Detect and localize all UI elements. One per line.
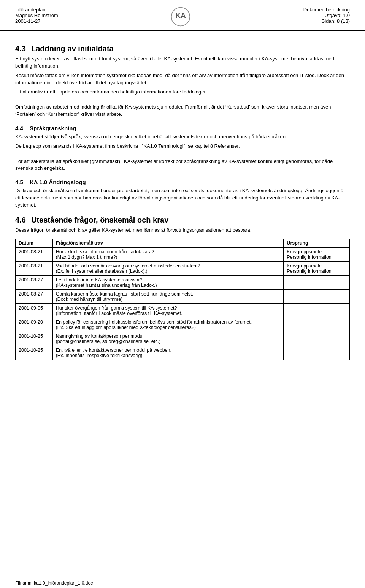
s43-p3: Ett alternativ är att uppdatera och omfo… (15, 89, 350, 96)
cell-ursprung (284, 332, 350, 346)
section-45-title: KA 1.0 Ändringslogg (30, 179, 86, 185)
doc-version: Utgåva: 1.0 (325, 13, 350, 18)
s43-p2: Beslut måste fattas om vilken informatio… (15, 72, 350, 87)
cell-datum: 2001-09-20 (16, 318, 53, 332)
page: Införandeplan Magnus Holmström 2001-11-2… (0, 0, 365, 588)
page-header: Införandeplan Magnus Holmström 2001-11-2… (0, 0, 365, 31)
doc-author: Magnus Holmström (15, 13, 58, 18)
col-datum: Datum (16, 239, 53, 247)
doc-title: Införandeplan (15, 7, 58, 13)
page-footer: Filnamn: ka1.0_införandeplan_1.0.doc (0, 578, 365, 588)
col-fraga: Fråga/önskemål/krav (52, 239, 284, 247)
cell-ursprung: Kravgruppsmöte –Personlig information (284, 247, 350, 261)
cell-fraga: En, två eller tre kontaktpersoner per mo… (52, 346, 284, 360)
section-44-heading: 4.4 Språkgranskning (15, 125, 350, 131)
section-44-body: KA-systemet stödjer två språk, svenska o… (15, 133, 350, 172)
svg-text:KA: KA (176, 11, 186, 19)
cell-datum: 2001-08-27 (16, 289, 53, 303)
table-body: 2001-08-21Hur aktuell ska informationen … (16, 247, 350, 360)
section-46-title: Utestående frågor, önskemål och krav (31, 216, 168, 224)
issues-table: Datum Fråga/önskemål/krav Ursprung 2001-… (15, 239, 350, 360)
cell-datum: 2001-10-25 (16, 346, 53, 360)
s44-p3: För att säkerställa att språkbruket (gra… (15, 158, 350, 172)
footer-filename: Filnamn: ka1.0_införandeplan_1.0.doc (15, 580, 93, 586)
section-43-heading: 4.3 Laddning av initialdata (15, 44, 350, 53)
s44-p1: KA-systemet stödjer två språk, svenska o… (15, 133, 350, 141)
header-left: Införandeplan Magnus Holmström 2001-11-2… (15, 7, 58, 24)
table-row: 2001-08-21Hur aktuell ska informationen … (16, 247, 350, 261)
section-46-num: 4.6 (15, 216, 27, 224)
section-43-title: Laddning av initialdata (31, 44, 114, 53)
cell-datum: 2001-09-05 (16, 303, 53, 318)
cell-fraga: Namngivning av kontaktperson per modul.(… (52, 332, 284, 346)
table-row: 2001-08-27Gamla kurser måste kunna lagra… (16, 289, 350, 303)
section-44-num: 4.4 (15, 125, 26, 131)
doc-page: Sidan: 8 (13) (322, 18, 350, 24)
header-logo-area: KA (171, 7, 190, 27)
table-header-row: Datum Fråga/önskemål/krav Ursprung (16, 239, 350, 247)
section-46-heading: 4.6 Utestående frågor, önskemål och krav (15, 216, 350, 224)
cell-ursprung (284, 346, 350, 360)
section-43-body: Ett nytt system levereras oftast som ett… (15, 55, 350, 118)
s46-intro: Dessa frågor, önskemål och krav gäller K… (15, 227, 350, 234)
section-43-num: 4.3 (15, 44, 27, 53)
cell-fraga: En policy för censurering i diskussionsf… (52, 318, 284, 332)
cell-fraga: Gamla kurser måste kunna lagras i stort … (52, 289, 284, 303)
cell-fraga: Hur sker övergången från gamla system ti… (52, 303, 284, 318)
doc-type-label: Dokumentbeteckning (303, 7, 350, 13)
table-header: Datum Fråga/önskemål/krav Ursprung (16, 239, 350, 247)
page-content: 4.3 Laddning av initialdata Ett nytt sys… (0, 31, 365, 390)
s45-p1: De krav och önskemål som framkommit unde… (15, 187, 350, 209)
cell-ursprung (284, 318, 350, 332)
section-45-num: 4.5 (15, 179, 26, 185)
cell-fraga: Vad händer och vem är ansvarig om system… (52, 261, 284, 275)
ka-logo: KA (171, 7, 190, 27)
section-44-title: Språkgranskning (30, 125, 76, 131)
cell-fraga: Hur aktuell ska informationen från Ladok… (52, 247, 284, 261)
section-45-body: De krav och önskemål som framkommit unde… (15, 187, 350, 209)
cell-datum: 2001-08-21 (16, 261, 53, 275)
s43-p1: Ett nytt system levereras oftast som ett… (15, 55, 350, 70)
table-row: 2001-08-21Vad händer och vem är ansvarig… (16, 261, 350, 275)
table-row: 2001-10-25En, två eller tre kontaktperso… (16, 346, 350, 360)
cell-ursprung (284, 289, 350, 303)
cell-fraga: Fel i Ladok är inte KA-systemets ansvar?… (52, 275, 284, 289)
section-46-body: Dessa frågor, önskemål och krav gäller K… (15, 227, 350, 360)
table-row: 2001-08-27Fel i Ladok är inte KA-systeme… (16, 275, 350, 289)
cell-datum: 2001-08-21 (16, 247, 53, 261)
table-row: 2001-09-20En policy för censurering i di… (16, 318, 350, 332)
cell-datum: 2001-10-25 (16, 332, 53, 346)
header-right: Dokumentbeteckning Utgåva: 1.0 Sidan: 8 … (303, 7, 350, 24)
s44-p2: De begrepp som används i KA-systemet fin… (15, 143, 350, 150)
section-45-heading: 4.5 KA 1.0 Ändringslogg (15, 179, 350, 185)
table-row: 2001-09-05Hur sker övergången från gamla… (16, 303, 350, 318)
table-row: 2001-10-25Namngivning av kontaktperson p… (16, 332, 350, 346)
cell-ursprung: Kravgruppsmöte –Personlig information (284, 261, 350, 275)
s43-p4: Omfattningen av arbetet med laddning är … (15, 104, 350, 118)
cell-ursprung (284, 275, 350, 289)
cell-ursprung (284, 303, 350, 318)
col-ursprung: Ursprung (284, 239, 350, 247)
doc-date: 2001-11-27 (15, 18, 58, 24)
cell-datum: 2001-08-27 (16, 275, 53, 289)
